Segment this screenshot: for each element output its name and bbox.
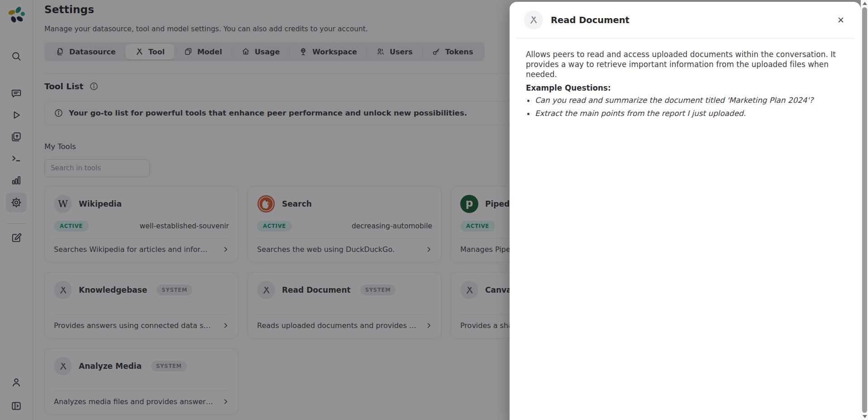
drawer-header: Read Document ✕: [510, 2, 861, 38]
example-question: Extract the main points from the report …: [535, 109, 843, 118]
close-icon[interactable]: ✕: [835, 14, 846, 26]
example-questions-list: Can you read and summarize the document …: [526, 96, 843, 118]
tool-detail-description: Allows peers to read and access uploaded…: [526, 49, 843, 79]
example-question: Can you read and summarize the document …: [535, 96, 843, 105]
example-questions-heading: Example Questions:: [526, 83, 845, 92]
drawer-body: Allows peers to read and access uploaded…: [510, 39, 861, 118]
system-tool-icon: [524, 10, 543, 29]
page-scrollbar[interactable]: [861, 0, 868, 420]
tool-detail-drawer: Read Document ✕ Allows peers to read and…: [510, 2, 861, 420]
scrollbar-thumb[interactable]: [862, 7, 867, 413]
scroll-down-arrow-icon[interactable]: [863, 415, 867, 418]
scroll-up-arrow-icon[interactable]: [863, 2, 867, 5]
drawer-title: Read Document: [551, 15, 630, 25]
